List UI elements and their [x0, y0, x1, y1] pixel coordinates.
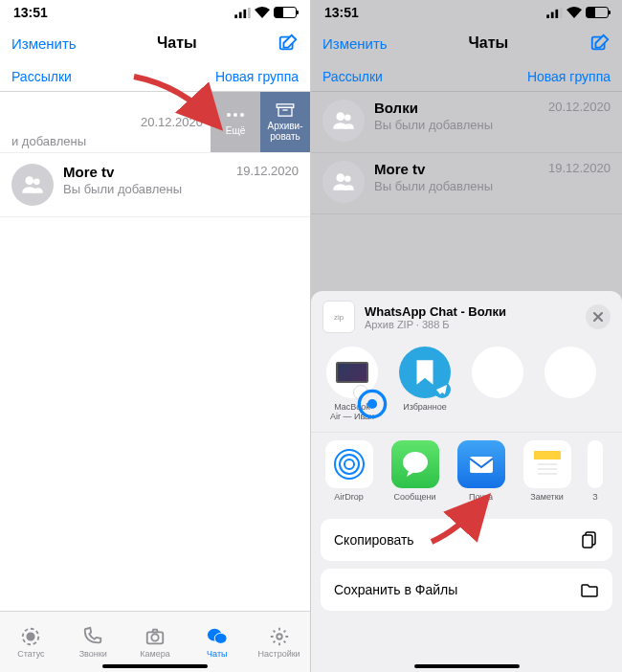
action-label: Сохранить в Файлы: [334, 582, 457, 597]
svg-rect-2: [243, 9, 246, 17]
tab-camera[interactable]: Камера: [124, 612, 187, 672]
newgroup-link[interactable]: Новая группа: [527, 69, 611, 84]
share-target-macbook[interactable]: MacBook Air — Иван: [322, 347, 382, 422]
app-notes[interactable]: Заметки: [521, 440, 573, 502]
close-button[interactable]: [586, 304, 611, 329]
chat-sub: Вы были добавлены: [374, 118, 543, 132]
tab-label: Чаты: [207, 649, 227, 659]
chat-row[interactable]: More tv Вы были добавлены 19.12.2020: [0, 156, 310, 217]
svg-point-25: [336, 112, 344, 121]
blank-icon: [544, 347, 596, 398]
svg-point-19: [277, 634, 282, 639]
blank-icon: [472, 347, 523, 398]
chat-row[interactable]: Волки Вы были добавлены 20.12.2020: [311, 92, 622, 153]
phone-left: 13:51 Изменить Чаты Рассылки Новая групп…: [0, 0, 311, 672]
airdrop-icon: [325, 440, 373, 488]
share-apps-row: AirDrop Сообщени Почта: [311, 432, 622, 513]
phone-right: 13:51 Изменить Чаты Рассылки Новая групп…: [311, 0, 622, 672]
wifi-icon: [566, 7, 582, 18]
share-sheet-header: zip WhatsApp Chat - Волки Архив ZIP · 38…: [311, 291, 622, 341]
share-target-favorites[interactable]: Избранное: [395, 347, 455, 422]
svg-point-18: [214, 633, 227, 643]
svg-point-11: [25, 176, 33, 185]
chat-date: 19.12.2020: [548, 161, 611, 175]
share-target-blank[interactable]: [468, 347, 527, 422]
chat-name: More tv: [374, 161, 543, 177]
home-indicator[interactable]: [414, 664, 520, 668]
svg-point-30: [367, 399, 377, 409]
svg-rect-1: [239, 11, 242, 17]
subbar: Рассылки Новая группа: [0, 61, 310, 92]
share-target-blank[interactable]: [541, 347, 600, 422]
chat-row[interactable]: More tv Вы были добавлены 19.12.2020: [311, 153, 622, 214]
svg-point-14: [28, 633, 34, 639]
compose-icon[interactable]: [589, 33, 611, 54]
home-indicator[interactable]: [102, 664, 208, 668]
camera-icon: [144, 626, 167, 647]
tab-settings[interactable]: Настройки: [248, 612, 310, 672]
svg-point-35: [403, 452, 428, 473]
chat-list: Волки Вы были добавлены 20.12.2020 More …: [311, 92, 622, 214]
svg-rect-20: [546, 14, 549, 18]
tab-calls[interactable]: Звонки: [62, 612, 124, 672]
svg-point-12: [33, 179, 40, 186]
svg-rect-36: [470, 457, 493, 473]
edit-button[interactable]: Изменить: [11, 35, 77, 52]
swipe-archive-button[interactable]: Архиви- ровать: [260, 92, 310, 152]
status-icons: [546, 7, 609, 18]
chat-sub: Вы были добавлены: [374, 179, 543, 193]
newgroup-link[interactable]: Новая группа: [215, 69, 299, 84]
broadcasts-link[interactable]: Рассылки: [11, 69, 72, 84]
phone-icon: [81, 626, 104, 647]
compose-icon[interactable]: [278, 33, 299, 54]
group-avatar-icon: [11, 164, 54, 206]
svg-rect-0: [234, 14, 237, 18]
tab-label: Статус: [17, 649, 44, 659]
app-more[interactable]: З: [587, 440, 604, 502]
notes-icon: [523, 440, 571, 488]
chat-date: 20.12.2020: [548, 100, 611, 114]
macbook-icon: [326, 347, 378, 398]
app-mail[interactable]: Почта: [455, 440, 507, 502]
messages-icon: [391, 440, 439, 488]
action-label: Скопировать: [334, 532, 414, 548]
nav-title: Чаты: [469, 34, 509, 52]
status-time: 13:51: [324, 5, 359, 20]
svg-point-7: [240, 113, 244, 117]
telegram-saved-icon: [399, 347, 451, 398]
close-icon: [592, 311, 604, 323]
tab-status[interactable]: Статус: [0, 612, 62, 672]
signal-icon: [546, 8, 563, 18]
chat-row-swiped[interactable]: 20.12.2020 Ещё Архиви- ровать: [0, 92, 310, 153]
action-save-files[interactable]: Сохранить в Файлы: [321, 569, 612, 611]
chat-sub: Вы были добавлены: [63, 182, 231, 196]
chat-name: More tv: [63, 164, 231, 180]
svg-point-6: [233, 113, 237, 117]
svg-point-33: [340, 455, 359, 474]
chat-name: Волки: [374, 100, 543, 116]
svg-rect-23: [560, 8, 563, 18]
svg-rect-22: [555, 9, 558, 17]
app-messages[interactable]: Сообщени: [389, 440, 441, 502]
app-label: Почта: [469, 492, 493, 502]
chat-date: 20.12.2020: [141, 115, 203, 129]
edit-button[interactable]: Изменить: [322, 35, 388, 52]
tabbar: Статус Звонки Камера Чаты Настройки: [0, 611, 310, 672]
svg-point-27: [336, 173, 344, 182]
app-partial-icon: [588, 440, 603, 488]
svg-point-26: [344, 115, 351, 122]
signal-icon: [234, 8, 251, 18]
broadcasts-link[interactable]: Рассылки: [322, 69, 383, 84]
action-copy[interactable]: Скопировать: [321, 519, 612, 561]
status-icon: [19, 626, 42, 647]
zip-file-icon: zip: [322, 301, 355, 333]
svg-point-32: [344, 459, 354, 469]
app-airdrop[interactable]: AirDrop: [322, 440, 375, 502]
svg-rect-38: [534, 451, 561, 459]
subbar: Рассылки Новая группа: [311, 61, 622, 92]
chat-list: 20.12.2020 Ещё Архиви- ровать и добавлен…: [0, 92, 310, 217]
tab-chats[interactable]: Чаты: [186, 612, 248, 672]
share-targets-row: MacBook Air — Иван Избранное: [311, 341, 622, 432]
swipe-more-button[interactable]: Ещё: [211, 92, 260, 152]
swipe-archive-label: Архиви- ровать: [268, 121, 303, 142]
